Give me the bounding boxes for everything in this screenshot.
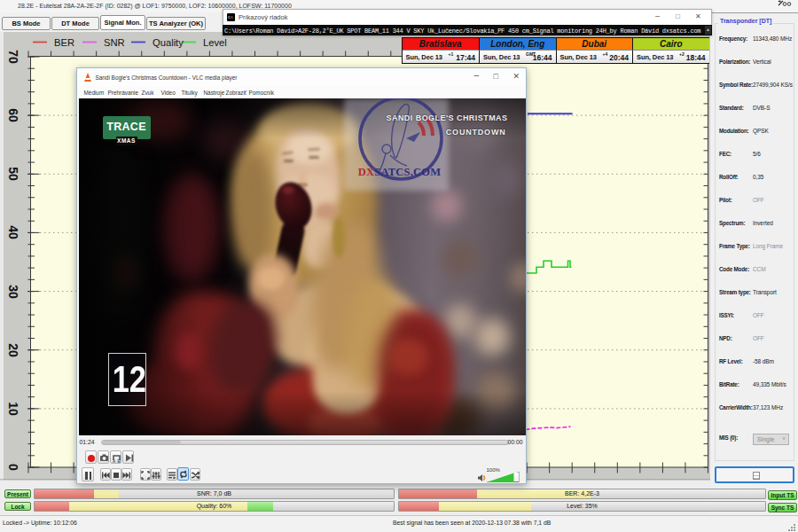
svg-text:Level: Level	[203, 37, 227, 48]
svg-text:0: 0	[6, 464, 20, 471]
svg-text:B: B	[117, 459, 121, 464]
svg-text:20: 20	[6, 343, 20, 357]
svg-text:60: 60	[6, 108, 20, 122]
svg-text:A: A	[113, 459, 116, 464]
svg-text:70: 70	[6, 50, 20, 64]
svg-text:BER: BER	[54, 37, 74, 48]
svg-text:10: 10	[6, 402, 20, 416]
svg-text:50: 50	[6, 167, 20, 181]
svg-text:30: 30	[6, 285, 20, 299]
svg-text:40: 40	[6, 225, 20, 239]
svg-text:SNR: SNR	[104, 37, 125, 48]
svg-text:Quality: Quality	[153, 37, 184, 48]
